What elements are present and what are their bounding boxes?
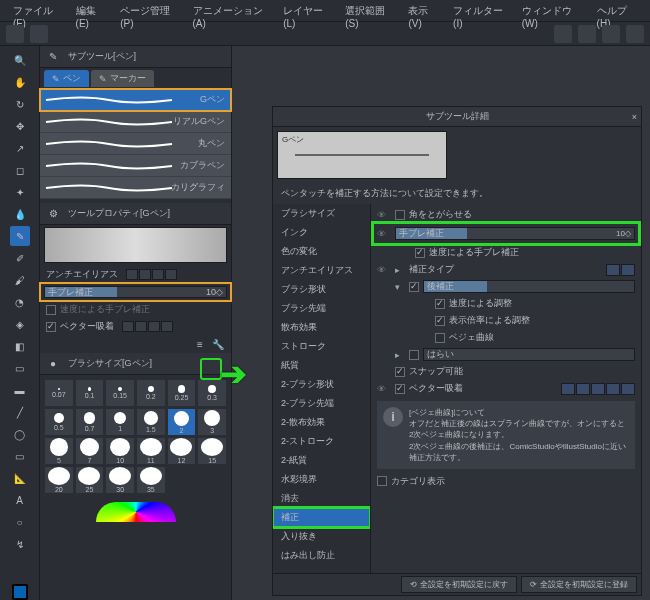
vector-snap-row[interactable]: ベクター吸着 [40, 318, 231, 335]
size-cell[interactable]: 0.15 [105, 379, 135, 407]
menu-item[interactable]: ウィンドウ(W) [515, 0, 590, 21]
checkbox-icon[interactable] [415, 248, 425, 258]
checkbox-icon[interactable] [377, 476, 387, 486]
size-cell[interactable]: 0.5 [44, 408, 74, 436]
tool-arrow-icon[interactable]: ↗ [10, 138, 30, 158]
pen-item[interactable]: リアルGペン [40, 111, 231, 133]
checkbox-icon[interactable] [435, 316, 445, 326]
category-item[interactable]: ストローク [273, 337, 370, 356]
category-item[interactable]: 紙質 [273, 356, 370, 375]
size-cell[interactable]: 0.1 [75, 379, 105, 407]
tool-eraser-icon[interactable]: ◧ [10, 336, 30, 356]
checkbox-icon[interactable] [46, 305, 56, 315]
size-cell[interactable]: 3 [197, 408, 227, 436]
tab[interactable]: ✎マーカー [91, 70, 154, 87]
checkbox-icon[interactable] [46, 322, 56, 332]
checkbox-icon[interactable] [395, 384, 405, 394]
size-cell[interactable]: 15 [197, 437, 227, 465]
speed-adj-row[interactable]: 速度による手ブレ補正 [40, 301, 231, 318]
tool-brush-icon[interactable]: 🖌 [10, 270, 30, 290]
category-item[interactable]: 消去 [273, 489, 370, 508]
category-item[interactable]: アンチエイリアス [273, 261, 370, 280]
menu-item[interactable]: フィルター(I) [446, 0, 515, 21]
menu-item[interactable]: 選択範囲(S) [338, 0, 401, 21]
category-item[interactable]: はみ出し防止 [273, 546, 370, 565]
reset-button[interactable]: ⟲全設定を初期設定に戻す [401, 576, 517, 593]
size-cell[interactable]: 25 [75, 466, 105, 494]
category-item[interactable]: ブラシ形状 [273, 280, 370, 299]
tool-move-icon[interactable]: ✥ [10, 116, 30, 136]
size-cell[interactable]: 1.5 [136, 408, 166, 436]
category-item[interactable]: 2-散布効果 [273, 413, 370, 432]
category-item[interactable]: 散布効果 [273, 318, 370, 337]
tool-line-icon[interactable]: ╱ [10, 402, 30, 422]
menu-item[interactable]: レイヤー(L) [276, 0, 338, 21]
tool-frame-icon[interactable]: ▭ [10, 446, 30, 466]
save-button[interactable]: ⟳全設定を初期設定に登録 [521, 576, 637, 593]
toolbar-icon[interactable] [602, 25, 620, 43]
pen-item[interactable]: 丸ペン [40, 133, 231, 155]
menu-item[interactable]: ヘルプ(H) [590, 0, 644, 21]
tool-pen-icon[interactable]: ✎ [10, 226, 30, 246]
toolbar-icon[interactable] [6, 25, 24, 43]
tool-rotate-icon[interactable]: ↻ [10, 94, 30, 114]
toolbar-icon[interactable] [626, 25, 644, 43]
close-icon[interactable]: × [632, 112, 637, 122]
pen-item[interactable]: カリグラフィ [40, 177, 231, 199]
category-item[interactable]: 補正 [273, 508, 370, 527]
size-cell[interactable]: 0.07 [44, 379, 74, 407]
category-item[interactable]: 入り抜き [273, 527, 370, 546]
tool-correction-icon[interactable]: ↯ [10, 534, 30, 554]
checkbox-icon[interactable] [435, 299, 445, 309]
menu-item[interactable]: 編集(E) [69, 0, 114, 21]
stabilize-row[interactable]: 手ブレ補正 10◇ [40, 283, 231, 301]
size-cell[interactable]: 10 [105, 437, 135, 465]
checkbox-icon[interactable] [409, 350, 419, 360]
toolbar-icon[interactable] [578, 25, 596, 43]
tool-eyedrop-icon[interactable]: 💧 [10, 204, 30, 224]
color-swatch-icon[interactable] [12, 584, 28, 600]
tool-select-icon[interactable]: ◻ [10, 160, 30, 180]
category-item[interactable]: 水彩境界 [273, 470, 370, 489]
size-cell[interactable]: 20 [44, 466, 74, 494]
pen-item[interactable]: カブラペン [40, 155, 231, 177]
pen-item[interactable]: Gペン [40, 89, 231, 111]
category-item[interactable]: 2-ブラシ先端 [273, 394, 370, 413]
category-item[interactable]: ブラシ先端 [273, 299, 370, 318]
category-item[interactable]: インク [273, 223, 370, 242]
tool-shape-icon[interactable]: ◯ [10, 424, 30, 444]
menu-item[interactable]: アニメーション(A) [186, 0, 277, 21]
size-cell[interactable]: 0.25 [167, 379, 197, 407]
menu-item[interactable]: ファイル(F) [6, 0, 69, 21]
category-item[interactable]: 2-ブラシ形状 [273, 375, 370, 394]
category-item[interactable]: 2-ストローク [273, 432, 370, 451]
tool-wand-icon[interactable]: ✦ [10, 182, 30, 202]
tool-airbrush-icon[interactable]: ◔ [10, 292, 30, 312]
category-item[interactable]: ブラシサイズ [273, 204, 370, 223]
checkbox-icon[interactable] [395, 367, 405, 377]
size-cell[interactable]: 7 [75, 437, 105, 465]
checkbox-icon[interactable] [435, 333, 445, 343]
tool-balloon-icon[interactable]: ○ [10, 512, 30, 532]
size-cell[interactable]: 0.3 [197, 379, 227, 407]
size-cell[interactable]: 30 [105, 466, 135, 494]
tool-blend-icon[interactable]: ▭ [10, 358, 30, 378]
tool-magnify-icon[interactable]: 🔍 [10, 50, 30, 70]
menu-icon[interactable]: ≡ [193, 337, 207, 351]
size-cell[interactable]: 2 [167, 408, 197, 436]
size-cell[interactable]: 11 [136, 437, 166, 465]
tool-ruler-icon[interactable]: 📐 [10, 468, 30, 488]
tool-pencil-icon[interactable]: ✐ [10, 248, 30, 268]
tool-text-icon[interactable]: A [10, 490, 30, 510]
size-cell[interactable]: 12 [167, 437, 197, 465]
size-cell[interactable]: 5 [44, 437, 74, 465]
size-cell[interactable]: 35 [136, 466, 166, 494]
category-item[interactable]: 2-紙質 [273, 451, 370, 470]
size-cell[interactable]: 1 [105, 408, 135, 436]
tool-fill-icon[interactable]: ▬ [10, 380, 30, 400]
stabilize-detail-row[interactable]: 👁 手ブレ補正 10◇ [373, 223, 639, 244]
size-cell[interactable]: 0.7 [75, 408, 105, 436]
checkbox-icon[interactable] [409, 282, 419, 292]
tool-deco-icon[interactable]: ◈ [10, 314, 30, 334]
stabilize-slider[interactable]: 手ブレ補正 10◇ [395, 227, 635, 240]
